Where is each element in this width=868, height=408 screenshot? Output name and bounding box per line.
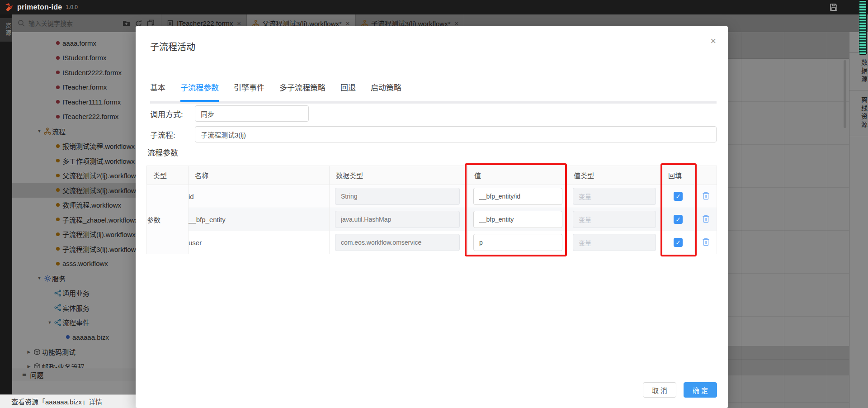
cancel-button[interactable]: 取 消 — [643, 382, 676, 398]
dialog-tab-underline — [150, 101, 717, 104]
save-icon[interactable] — [829, 3, 838, 12]
subprocess-input[interactable] — [195, 126, 717, 142]
close-icon[interactable]: × — [710, 36, 716, 46]
app-version: 1.0.0 — [66, 4, 78, 10]
dialog-tab[interactable]: 基本 — [150, 81, 165, 100]
param-valuetype-cell — [567, 185, 662, 208]
backfill-checkbox[interactable]: ✓ — [674, 192, 683, 201]
col-header-valuetype: 值类型 — [567, 166, 662, 185]
call-mode-label: 调用方式: — [150, 108, 195, 119]
col-header-type: 类型 — [147, 166, 189, 185]
params-section-label: 流程参数 — [147, 147, 178, 158]
call-mode-input[interactable] — [195, 105, 309, 122]
dialog-tab[interactable]: 多子流程策略 — [279, 81, 326, 100]
valuetype-input — [573, 188, 656, 205]
param-name: __bfp_entity — [189, 208, 330, 231]
valuetype-input — [573, 211, 656, 228]
status-bar: 查看资源「aaaaaa.bizx」详情 — [0, 394, 136, 408]
app-logo-icon — [5, 3, 14, 12]
param-value-cell — [468, 185, 567, 208]
param-valuetype-cell — [567, 231, 662, 254]
params-table: 类型 名称 数据类型 值 值类型 回填 参数id✓__bfp_entity✓us… — [146, 166, 717, 254]
dialog-tab[interactable]: 启动策略 — [371, 81, 401, 100]
value-input[interactable] — [473, 234, 562, 251]
param-datatype-cell — [330, 208, 468, 231]
param-group-cell: 参数 — [147, 185, 189, 254]
dialog-tab[interactable]: 子流程参数 — [180, 81, 219, 100]
subprocess-activity-dialog: 子流程活动 × 基本子流程参数引擎事件多子流程策略回退启动策略 调用方式: 子流… — [136, 26, 728, 408]
dialog-tab[interactable]: 引擎事件 — [234, 81, 264, 100]
minimap-strip — [859, 1, 866, 54]
backfill-checkbox[interactable]: ✓ — [674, 215, 683, 224]
application-window: primeton-ide 1.0.0 资源 输入关键字搜索 ITeacher22… — [0, 0, 868, 408]
dialog-title: 子流程活动 — [150, 40, 195, 53]
param-datatype-cell — [330, 231, 468, 254]
title-bar: primeton-ide 1.0.0 — [0, 0, 868, 14]
col-header-backfill: 回填 — [662, 166, 695, 185]
param-row: 参数id✓ — [147, 185, 717, 208]
param-name: id — [189, 185, 330, 208]
dialog-tab-bar: 基本子流程参数引擎事件多子流程策略回退启动策略 — [150, 81, 401, 100]
call-mode-field: 调用方式: — [150, 105, 309, 122]
col-header-datatype: 数据类型 — [330, 166, 468, 185]
param-actions-cell — [695, 231, 717, 254]
ok-button[interactable]: 确 定 — [684, 382, 717, 398]
dialog-tab[interactable]: 回退 — [340, 81, 356, 100]
param-value-cell — [468, 208, 567, 231]
delete-icon[interactable] — [702, 217, 710, 224]
subprocess-label: 子流程: — [150, 129, 195, 140]
value-input[interactable] — [473, 211, 562, 228]
param-actions-cell — [695, 208, 717, 231]
subprocess-field: 子流程: — [150, 126, 717, 142]
col-header-name: 名称 — [189, 166, 330, 185]
app-title: primeton-ide — [17, 3, 62, 11]
value-input[interactable] — [473, 188, 562, 205]
datatype-input — [335, 211, 460, 228]
param-backfill-cell: ✓ — [662, 231, 695, 254]
param-actions-cell — [695, 185, 717, 208]
status-text: 查看资源「aaaaaa.bizx」详情 — [11, 397, 102, 406]
param-backfill-cell: ✓ — [662, 208, 695, 231]
params-header-row: 类型 名称 数据类型 值 值类型 回填 — [147, 166, 717, 185]
backfill-checkbox[interactable]: ✓ — [674, 238, 683, 247]
param-backfill-cell: ✓ — [662, 185, 695, 208]
col-header-actions — [695, 166, 717, 185]
param-value-cell — [468, 231, 567, 254]
datatype-input — [335, 234, 460, 251]
valuetype-input — [573, 234, 656, 251]
param-valuetype-cell — [567, 208, 662, 231]
param-name: user — [189, 231, 330, 254]
col-header-value: 值 — [468, 166, 567, 185]
delete-icon[interactable] — [702, 240, 710, 247]
param-datatype-cell — [330, 185, 468, 208]
param-row: __bfp_entity✓ — [147, 208, 717, 231]
param-row: user✓ — [147, 231, 717, 254]
datatype-input — [335, 188, 460, 205]
delete-icon[interactable] — [702, 194, 710, 201]
